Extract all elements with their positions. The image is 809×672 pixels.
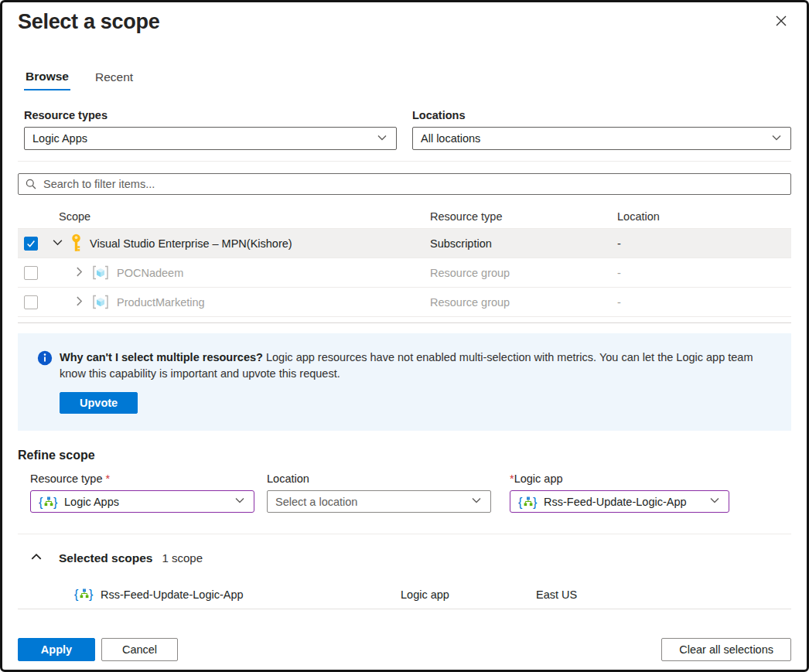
scope-name: POCNadeem (117, 267, 183, 279)
refine-logic-app-dropdown[interactable]: { } Rss-Feed-Update-Logic-App (510, 490, 729, 513)
chevron-down-icon (470, 494, 483, 509)
collapse-row-button[interactable] (50, 237, 64, 251)
svg-text:}: } (533, 495, 538, 508)
resource-type-cell: Resource group (430, 296, 617, 309)
svg-text:}: } (89, 587, 94, 600)
selected-scope-row[interactable]: { } Rss-Feed-Update-Logic-App Logic app … (18, 581, 791, 609)
chevron-up-icon (30, 551, 43, 565)
selected-scope-location: East US (536, 588, 791, 601)
location-cell: - (617, 267, 791, 279)
banner-content: Why can't I select multiple resources? L… (60, 350, 773, 414)
column-header-scope: Scope (18, 210, 430, 223)
key-icon (70, 234, 82, 253)
column-header-resource-type: Resource type (430, 210, 617, 223)
logic-apps-icon: { } (518, 495, 538, 509)
refine-logic-app-value: Rss-Feed-Update-Logic-App (544, 496, 708, 508)
resource-types-field: Resource types Logic Apps (18, 109, 397, 150)
expand-row-button[interactable] (72, 295, 86, 309)
chevron-right-icon (73, 266, 85, 280)
clear-all-selections-button[interactable]: Clear all selections (661, 638, 791, 661)
selected-scopes-table: { } Rss-Feed-Update-Logic-App Logic app … (18, 581, 791, 609)
divider (18, 322, 791, 323)
cancel-button[interactable]: Cancel (101, 638, 178, 661)
logic-apps-icon: { } (74, 587, 94, 603)
resource-types-label: Resource types (24, 109, 397, 121)
table-row-subscription[interactable]: Visual Studio Enterprise – MPN(Kishore) … (18, 229, 791, 258)
chevron-down-icon (770, 131, 783, 146)
resource-types-value: Logic Apps (32, 132, 376, 145)
column-header-location: Location (617, 210, 791, 223)
required-asterisk: * (106, 472, 111, 485)
chevron-down-icon (234, 494, 246, 509)
selected-scope-name: Rss-Feed-Update-Logic-App (101, 588, 244, 601)
table-row-resource-group[interactable]: POCNadeem Resource group - (18, 258, 791, 288)
selected-scopes-header: Selected scopes 1 scope (30, 551, 791, 565)
chevron-down-icon (708, 494, 721, 509)
selected-scope-cell: { } Rss-Feed-Update-Logic-App (18, 587, 401, 603)
logic-apps-icon: { } (39, 495, 59, 509)
search-input[interactable] (18, 173, 791, 195)
tab-recent[interactable]: Recent (94, 70, 135, 90)
tab-browse[interactable]: Browse (24, 70, 70, 90)
collapse-selected-scopes-button[interactable] (30, 551, 44, 565)
chevron-down-icon (376, 131, 388, 146)
upvote-button[interactable]: Upvote (60, 392, 138, 414)
banner-title: Why can't I select multiple resources? (60, 351, 263, 363)
search-box (18, 173, 791, 195)
table-row-resource-group[interactable]: ProductMarketing Resource group - (18, 288, 791, 317)
row-checkbox[interactable] (24, 237, 38, 251)
page-title: Select a scope (18, 10, 159, 33)
scope-cell: ProductMarketing (18, 295, 430, 309)
chevron-down-icon (52, 237, 63, 251)
refine-location-field: Location Select a location (267, 472, 491, 513)
resource-type-cell: Subscription (430, 237, 617, 250)
selected-scope-type: Logic app (401, 588, 536, 601)
selected-scopes-count: 1 scope (162, 551, 203, 565)
location-cell: - (617, 237, 791, 250)
resource-group-icon (92, 295, 109, 309)
refine-location-placeholder: Select a location (275, 496, 470, 508)
expand-row-button[interactable] (72, 266, 86, 280)
dialog-header: Select a scope (2, 2, 807, 34)
svg-text:{: { (518, 495, 523, 508)
info-banner: Why can't I select multiple resources? L… (18, 333, 791, 431)
divider (18, 534, 791, 534)
close-icon (775, 15, 787, 29)
refine-location-label: Location (267, 472, 491, 485)
refine-logic-app-label: *Logic app (510, 472, 729, 485)
refine-resource-type-label: Resource type * (30, 472, 254, 485)
locations-value: All locations (421, 132, 770, 145)
banner-message: Why can't I select multiple resources? L… (60, 350, 773, 382)
svg-text:}: } (53, 495, 58, 508)
row-checkbox[interactable] (24, 266, 38, 280)
resource-group-icon (92, 265, 109, 280)
resource-types-dropdown[interactable]: Logic Apps (24, 127, 397, 150)
refine-resource-type-value: Logic Apps (64, 496, 234, 508)
filter-row: Resource types Logic Apps Locations All … (18, 109, 791, 150)
apply-button[interactable]: Apply (18, 638, 95, 661)
svg-text:{: { (74, 587, 79, 600)
scope-cell: POCNadeem (18, 265, 430, 280)
info-icon (37, 350, 53, 414)
refine-logic-app-field: *Logic app { } Rss-Feed-Update-Logic-App (510, 472, 729, 513)
svg-text:{: { (39, 495, 43, 508)
tab-bar: Browse Recent (24, 70, 807, 90)
row-checkbox[interactable] (24, 295, 38, 309)
resource-type-cell: Resource group (430, 267, 617, 279)
close-button[interactable] (771, 12, 791, 32)
refine-resource-type-dropdown[interactable]: { } Logic Apps (30, 490, 254, 513)
locations-dropdown[interactable]: All locations (412, 127, 791, 150)
refine-location-dropdown[interactable]: Select a location (267, 490, 491, 513)
search-icon (26, 179, 36, 192)
locations-field: Locations All locations (412, 109, 791, 150)
select-scope-dialog: Select a scope Browse Recent Resource ty… (0, 0, 809, 672)
scope-table: Scope Resource type Location (18, 204, 791, 317)
chevron-right-icon (73, 295, 85, 309)
scope-name: ProductMarketing (117, 296, 205, 309)
divider (18, 161, 791, 162)
scope-cell: Visual Studio Enterprise – MPN(Kishore) (18, 234, 430, 253)
locations-label: Locations (412, 109, 791, 121)
location-cell: - (617, 296, 791, 309)
table-header: Scope Resource type Location (18, 204, 791, 229)
selected-scopes-title: Selected scopes (59, 551, 152, 565)
